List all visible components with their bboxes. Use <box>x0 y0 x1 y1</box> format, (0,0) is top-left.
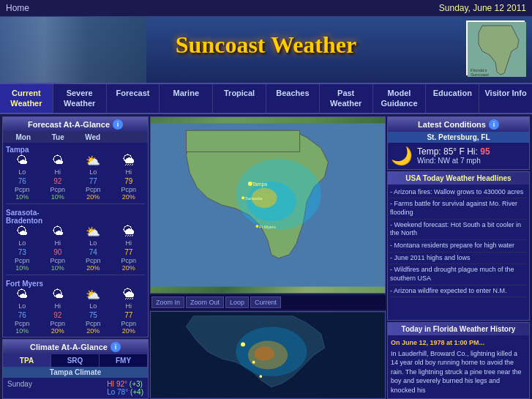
nav-tropical[interactable]: Tropical <box>213 84 266 113</box>
latest-conditions-title: Latest Conditions <box>418 120 486 129</box>
temperature-display: Temp: 85° F Hi: 95 <box>417 146 490 157</box>
svg-point-20 <box>259 375 262 378</box>
forecast-days-header: Mon Tue Wed <box>3 132 148 143</box>
climate-info-icon[interactable]: i <box>110 342 121 352</box>
fortmyers-forecast: Fort Myers 🌤 🌤 ⛅ 🌦 Lo Hi Lo Hi 76 92 75 <box>3 277 148 336</box>
svg-point-18 <box>241 342 245 346</box>
sarasota-icons: 🌤 🌤 ⛅ 🌦 <box>4 225 146 239</box>
headline-5[interactable]: Wildfires and drought plague much of the… <box>390 264 527 285</box>
nav-current-weather[interactable]: CurrentWeather <box>0 84 53 113</box>
headline-2[interactable]: Weekend forecast: Hot South a bit cooler… <box>390 220 527 240</box>
climate-glance-header: Climate At-A-Glance i <box>3 340 148 354</box>
conditions-details: Temp: 85° F Hi: 95 Wind: NW at 7 mph <box>417 146 490 165</box>
svg-point-10 <box>241 196 244 199</box>
wind-display: Wind: NW at 7 mph <box>417 157 490 165</box>
moon-icon: 🌙 <box>391 146 413 166</box>
main-map: Tampa Sarasota Ft Myers <box>150 116 386 294</box>
conditions-body: 🌙 Temp: 85° F Hi: 95 Wind: NW at 7 mph <box>388 143 529 169</box>
header: Suncoast Weather Florida's Suncoast <box>0 17 532 83</box>
date-display: Sunday, June 12 2011 <box>439 3 526 13</box>
feels-label: F Hi: <box>460 146 478 157</box>
day-label-0: Mon <box>6 133 41 141</box>
florida-map: Florida's Suncoast <box>466 20 525 75</box>
navigation: CurrentWeather SevereWeather Forecast Ma… <box>0 83 532 114</box>
nav-severe-weather[interactable]: SevereWeather <box>53 84 107 113</box>
forecast-info-icon[interactable]: i <box>113 119 123 130</box>
tampa-label: Tampa <box>4 144 146 154</box>
climate-tabs: TPA SRQ FMY <box>3 354 148 367</box>
climate-tab-srq[interactable]: SRQ <box>51 354 100 367</box>
history-date: On June 12, 1978 at 1:00 PM... <box>391 338 526 348</box>
day-label-1: Tue <box>41 133 76 141</box>
climate-tab-fmy[interactable]: FMY <box>100 354 148 367</box>
zoom-out-button[interactable]: Zoom Out <box>186 297 224 308</box>
center-panel: Tampa Sarasota Ft Myers Zoom In Zoom Out… <box>150 116 386 399</box>
history-body: On June 12, 1978 at 1:00 PM... In Lauder… <box>388 335 529 398</box>
current-button[interactable]: Current <box>250 297 281 308</box>
forecast-glance-title: Forecast At-A-Glance <box>28 120 110 129</box>
zoom-in-button[interactable]: Zoom In <box>151 297 184 308</box>
conditions-info-icon[interactable]: i <box>489 119 499 130</box>
secondary-radar <box>150 311 386 399</box>
nav-past-weather[interactable]: PastWeather <box>320 84 373 113</box>
headline-1[interactable]: Farms battle for survival against Mo. Ri… <box>390 198 527 219</box>
headlines-list: Arizona fires: Wallow grows to 430000 ac… <box>388 184 529 300</box>
headline-4[interactable]: June 2011 highs and lows <box>390 253 527 265</box>
svg-text:Suncoast: Suncoast <box>471 72 489 77</box>
latest-conditions: Latest Conditions i St. Petersburg, FL 🌙… <box>387 116 530 170</box>
nav-visitor-info[interactable]: Visitor Info <box>479 84 532 113</box>
map-controls: Zoom In Zoom Out Loop Current <box>150 295 386 310</box>
header-background: Suncoast Weather Florida's Suncoast <box>0 17 532 83</box>
temp-value: 85° <box>443 146 457 157</box>
florida-radar-map: Tampa Sarasota Ft Myers <box>151 117 385 293</box>
history-header: Today in Florida Weather History <box>388 323 529 335</box>
climate-day: Sunday <box>7 380 32 396</box>
svg-point-17 <box>255 346 274 360</box>
sarasota-label: Sarasota-Bradenton <box>4 207 146 225</box>
day-label-3 <box>110 133 146 141</box>
usa-headlines: USA Today Weather Headlines Arizona fire… <box>387 171 530 321</box>
right-panel: Latest Conditions i St. Petersburg, FL 🌙… <box>387 116 530 399</box>
nav-beaches[interactable]: Beaches <box>266 84 320 113</box>
climate-values: HI 92° (+3) Lo 78° (+4) <box>107 380 143 396</box>
fortmyers-icons: 🌤 🌤 ⛅ 🌦 <box>4 288 146 302</box>
svg-rect-4 <box>186 130 299 152</box>
conditions-location: St. Petersburg, FL <box>388 132 529 143</box>
fortmyers-label: Fort Myers <box>4 278 146 288</box>
day-label-2: Wed <box>75 133 110 141</box>
headline-0[interactable]: Arizona fires: Wallow grows to 430000 ac… <box>390 187 527 199</box>
climate-sunday-row: Sunday HI 92° (+3) Lo 78° (+4) <box>3 378 148 398</box>
left-panel: Forecast At-A-Glance i Mon Tue Wed Tampa… <box>2 116 149 399</box>
climate-location: Tampa Climate <box>3 367 148 378</box>
history-text: In Lauderhill, Broward Co., lightning ki… <box>391 349 526 395</box>
svg-text:Sarasota: Sarasota <box>245 196 263 201</box>
svg-text:Ft Myers: Ft Myers <box>259 225 276 229</box>
svg-point-19 <box>252 360 255 363</box>
svg-point-12 <box>256 225 259 228</box>
home-link[interactable]: Home <box>6 3 29 13</box>
forecast-at-a-glance: Forecast At-A-Glance i Mon Tue Wed Tampa… <box>2 116 149 338</box>
hi-value: 95 <box>480 146 490 157</box>
loop-button[interactable]: Loop <box>225 297 249 308</box>
nav-marine[interactable]: Marine <box>160 84 213 113</box>
svg-text:Tampa: Tampa <box>252 181 268 187</box>
tampa-forecast: Tampa 🌤 🌤 ⛅ 🌦 Lo Hi Lo Hi 76 92 77 <box>3 143 148 202</box>
site-title: Suncoast Weather <box>176 31 356 59</box>
nav-education[interactable]: Education <box>426 84 479 113</box>
headline-6[interactable]: Arizona wildfire expected to enter N.M. <box>390 286 527 298</box>
radar-mini-map <box>151 312 385 398</box>
nav-forecast[interactable]: Forecast <box>107 84 160 113</box>
headlines-header: USA Today Weather Headlines <box>388 172 529 184</box>
forecast-glance-header: Forecast At-A-Glance i <box>3 117 148 132</box>
tampa-icons: 🌤 🌤 ⛅ 🌦 <box>4 154 146 168</box>
main-content: Forecast At-A-Glance i Mon Tue Wed Tampa… <box>0 114 532 399</box>
climate-tab-tpa[interactable]: TPA <box>3 354 51 367</box>
headline-3[interactable]: Montana residents prepare for high water <box>390 240 527 253</box>
climate-at-a-glance: Climate At-A-Glance i TPA SRQ FMY Tampa … <box>2 339 149 399</box>
latest-conditions-header: Latest Conditions i <box>388 117 529 132</box>
sarasota-forecast: Sarasota-Bradenton 🌤 🌤 ⛅ 🌦 Lo Hi Lo Hi 7… <box>3 206 148 273</box>
climate-glance-title: Climate At-A-Glance <box>30 343 108 351</box>
nav-model-guidance[interactable]: ModelGuidance <box>373 84 427 113</box>
fl-history: Today in Florida Weather History On June… <box>387 322 530 399</box>
beach-image <box>0 17 146 83</box>
